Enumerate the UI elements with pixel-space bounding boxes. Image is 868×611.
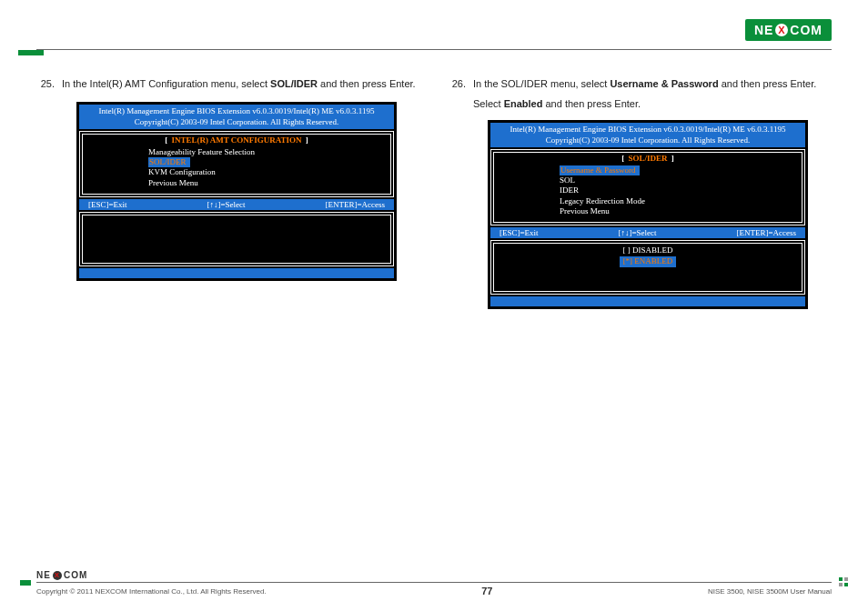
- bios-title-row: [ INTEL(R) AMT CONFIGURATION ]: [83, 135, 390, 145]
- bios-panel-right: Intel(R) Management Engine BIOS Extensio…: [488, 120, 808, 309]
- footer-copyright: Copyright © 2011 NEXCOM International Co…: [36, 587, 267, 596]
- menu-item[interactable]: KVM Configuration: [148, 167, 390, 177]
- menu-item[interactable]: SOL: [560, 175, 802, 185]
- key-esc: [ESC]=Exit: [500, 228, 539, 237]
- bios-title: SOL/IDER: [626, 154, 669, 163]
- bios-hdr-line1: Intel(R) Management Engine BIOS Extensio…: [494, 125, 802, 135]
- key-enter: [ENTER]=Access: [736, 228, 796, 237]
- bios-keybar: [ESC]=Exit [↑↓]=Select [ENTER]=Access: [490, 227, 805, 238]
- logo-x-icon: X: [775, 24, 788, 36]
- bios-bottombar: [490, 296, 805, 306]
- option-enabled[interactable]: [*] ENABLED: [494, 256, 802, 267]
- menu-item[interactable]: Previous Menu: [148, 178, 390, 188]
- bios-menu-left: Manageability Feature Selection SOL/IDER…: [83, 147, 390, 188]
- menu-item[interactable]: Previous Menu: [560, 206, 802, 216]
- key-select: [↑↓]=Select: [207, 200, 245, 209]
- menu-item[interactable]: Legacy Redirection Mode: [560, 196, 802, 206]
- bios-panel-left: Intel(R) Management Engine BIOS Extensio…: [76, 102, 397, 281]
- key-esc: [ESC]=Exit: [88, 200, 127, 209]
- logo-text-left: NE: [754, 23, 773, 37]
- page-number: 77: [481, 586, 492, 596]
- step-text: In the SOL/IDER menu, select Username & …: [473, 77, 832, 91]
- bios-lower-box: [79, 212, 394, 266]
- key-select: [↑↓]=Select: [618, 228, 656, 237]
- bios-header: Intel(R) Management Engine BIOS Extensio…: [79, 105, 394, 129]
- bios-title-row: [ SOL/IDER ]: [494, 154, 802, 163]
- menu-item[interactable]: IDER: [560, 185, 802, 195]
- bios-keybar: [ESC]=Exit [↑↓]=Select [ENTER]=Access: [79, 199, 394, 210]
- header-rule: [36, 49, 832, 50]
- bios-menu-right: Username & Password SOL IDER Legacy Redi…: [494, 165, 802, 216]
- brand-logo: NE X COM: [745, 19, 832, 41]
- menu-item-selected[interactable]: Username & Password: [560, 165, 640, 175]
- step-number: 26.: [448, 77, 466, 91]
- menu-item-selected[interactable]: SOL/IDER: [148, 157, 190, 167]
- bios-hdr-line2: Copyright(C) 2003-09 Intel Corporation. …: [83, 117, 390, 127]
- bios-main-box: [ SOL/IDER ] Username & Password SOL IDE…: [490, 149, 805, 225]
- bios-hdr-line2: Copyright(C) 2003-09 Intel Corporation. …: [494, 135, 802, 145]
- step-26: 26. In the SOL/IDER menu, select Usernam…: [448, 77, 832, 91]
- logo-x-icon: X: [53, 571, 62, 580]
- logo-text-right: COM: [790, 23, 823, 37]
- option-disabled[interactable]: [ ] DISABLED: [494, 245, 802, 256]
- step-text: In the Intel(R) AMT Configuration menu, …: [62, 77, 420, 91]
- bios-bottombar: [79, 268, 394, 278]
- key-enter: [ENTER]=Access: [325, 200, 385, 209]
- menu-item[interactable]: Manageability Feature Selection: [148, 147, 390, 157]
- footer-logo: NE X COM: [36, 570, 832, 580]
- step-25: 25. In the Intel(R) AMT Configuration me…: [36, 77, 420, 91]
- step-26-sub: Select Enabled and then press Enter.: [473, 98, 832, 109]
- page-footer: NE X COM Copyright © 2011 NEXCOM Interna…: [36, 570, 832, 596]
- step-number: 25.: [36, 77, 55, 91]
- bios-main-box: [ INTEL(R) AMT CONFIGURATION ] Manageabi…: [79, 131, 394, 197]
- bios-lower-box: [ ] DISABLED [*] ENABLED: [490, 240, 805, 295]
- bios-header: Intel(R) Management Engine BIOS Extensio…: [490, 123, 805, 147]
- footer-doc-title: NISE 3500, NISE 3500M User Manual: [708, 587, 832, 596]
- bios-hdr-line1: Intel(R) Management Engine BIOS Extensio…: [83, 106, 390, 116]
- bios-title: INTEL(R) AMT CONFIGURATION: [169, 135, 303, 145]
